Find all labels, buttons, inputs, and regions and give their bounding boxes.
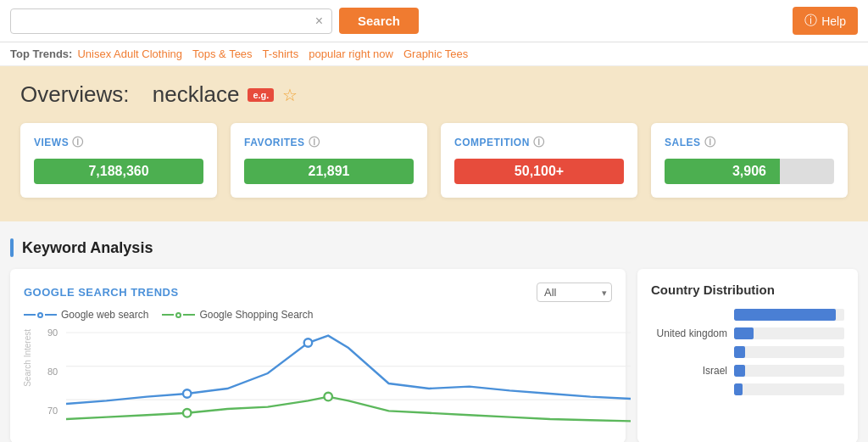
stat-card-favorites: FAVORITES ⓘ 21,891	[231, 123, 427, 198]
legend-shopping-search: Google Shopping Search	[162, 309, 313, 321]
google-trends-card: GOOGLE SEARCH TRENDS All 12 months 6 mon…	[10, 269, 626, 442]
chart-container: Search Interest 90 80 70	[24, 327, 612, 429]
country-bar-row-4	[651, 383, 844, 395]
country-bar-fill-3	[734, 365, 745, 377]
y-label-search-interest: Search Interest	[24, 329, 36, 387]
section-title-bar	[10, 238, 14, 257]
stats-row: VIEWS ⓘ 7,188,360 FAVORITES ⓘ 21,891 COM…	[20, 123, 848, 198]
help-icon: ⓘ	[804, 13, 817, 29]
country-bar-bg-2	[734, 346, 844, 358]
stat-label-favorites: FAVORITES ⓘ	[244, 135, 414, 150]
trend-link-0[interactable]: Unisex Adult Clothing	[77, 48, 182, 60]
chart-svg-area: 90 80 70	[47, 327, 612, 429]
overview-banner: Overviews: necklace e.g. ☆ VIEWS ⓘ 7,188…	[0, 66, 868, 221]
legend-web-search-label: Google web search	[61, 309, 148, 321]
trends-chart	[66, 327, 631, 429]
trend-link-4[interactable]: Graphic Tees	[403, 48, 468, 60]
overview-title: Overviews: necklace e.g. ☆	[20, 81, 848, 108]
chart-y-axis: Search Interest	[24, 327, 47, 429]
trend-link-2[interactable]: T-shirts	[263, 48, 299, 60]
svg-point-4	[183, 389, 192, 398]
stat-value-favorites: 21,891	[244, 159, 414, 184]
country-bar-fill-2	[734, 346, 745, 358]
trends-card-title: GOOGLE SEARCH TRENDS	[24, 286, 179, 299]
overview-title-prefix: Overviews:	[20, 81, 130, 108]
svg-point-5	[324, 393, 332, 401]
legend: Google web search Google Shopping Search	[24, 309, 612, 321]
eg-badge: e.g.	[248, 88, 274, 102]
trend-link-1[interactable]: Tops & Tees	[192, 48, 253, 60]
country-bar-row-1: United kingdom	[651, 327, 844, 339]
trends-card-header: GOOGLE SEARCH TRENDS All 12 months 6 mon…	[24, 283, 612, 302]
country-bar-bg-1	[734, 327, 844, 339]
help-label: Help	[821, 14, 846, 28]
country-bar-bg-0	[734, 309, 844, 321]
views-info-icon[interactable]: ⓘ	[72, 135, 84, 150]
stat-value-views: 7,188,360	[34, 159, 203, 184]
dropdown-wrapper: All 12 months 6 months	[537, 283, 612, 302]
stat-label-views: VIEWS ⓘ	[34, 135, 203, 150]
top-trends-label: Top Trends:	[10, 48, 72, 60]
search-input-wrapper: necklace ×	[10, 8, 332, 34]
y-label-90: 90	[47, 327, 64, 338]
stat-label-sales: SALES ⓘ	[665, 135, 834, 150]
country-bar-fill-1	[734, 327, 754, 339]
country-bar-fill-4	[734, 383, 743, 395]
all-dropdown[interactable]: All 12 months 6 months	[537, 283, 612, 302]
country-bar-fill-0	[734, 309, 836, 321]
search-button[interactable]: Search	[339, 8, 419, 34]
competition-info-icon[interactable]: ⓘ	[533, 135, 545, 150]
country-name-1: United kingdom	[651, 327, 727, 339]
main-content: Keyword Analysis GOOGLE SEARCH TRENDS Al…	[0, 221, 868, 442]
keyword-analysis-section: Keyword Analysis	[10, 238, 858, 257]
search-bar: necklace × Search ⓘ Help	[0, 0, 868, 42]
trend-link-3[interactable]: popular right now	[309, 48, 393, 60]
country-bar-bg-3	[734, 365, 844, 377]
stat-card-sales: SALES ⓘ 3,906	[651, 123, 848, 198]
top-trends-bar: Top Trends: Unisex Adult Clothing Tops &…	[0, 42, 868, 66]
country-bar-row-0	[651, 309, 844, 321]
y-label-70: 70	[47, 406, 64, 416]
country-card-title: Country Distribution	[651, 283, 844, 297]
sales-info-icon[interactable]: ⓘ	[704, 135, 716, 150]
stat-card-views: VIEWS ⓘ 7,188,360	[20, 123, 217, 198]
keyword-analysis-title: Keyword Analysis	[22, 239, 153, 257]
country-bar-row-2	[651, 346, 844, 358]
country-bar-row-3: Israel	[651, 365, 844, 377]
overview-keyword: necklace	[153, 81, 240, 108]
legend-web-search: Google web search	[24, 309, 148, 321]
svg-point-6	[183, 409, 192, 417]
star-icon[interactable]: ☆	[282, 85, 298, 105]
search-input[interactable]: necklace	[19, 14, 310, 28]
country-name-3: Israel	[651, 365, 727, 377]
stat-value-competition: 50,100+	[454, 159, 624, 184]
country-distribution-card: Country Distribution United kingdom	[637, 269, 858, 442]
stat-value-sales: 3,906	[665, 159, 834, 184]
favorites-info-icon[interactable]: ⓘ	[309, 135, 320, 150]
help-button[interactable]: ⓘ Help	[793, 7, 858, 35]
stat-label-competition: COMPETITION ⓘ	[454, 135, 624, 150]
y-label-80: 80	[47, 366, 64, 377]
legend-shopping-search-label: Google Shopping Search	[199, 309, 313, 321]
clear-icon[interactable]: ×	[315, 14, 323, 29]
stat-card-competition: COMPETITION ⓘ 50,100+	[441, 123, 637, 198]
country-bar-bg-4	[734, 383, 844, 395]
svg-point-3	[304, 338, 313, 347]
lower-row: GOOGLE SEARCH TRENDS All 12 months 6 mon…	[10, 269, 858, 442]
